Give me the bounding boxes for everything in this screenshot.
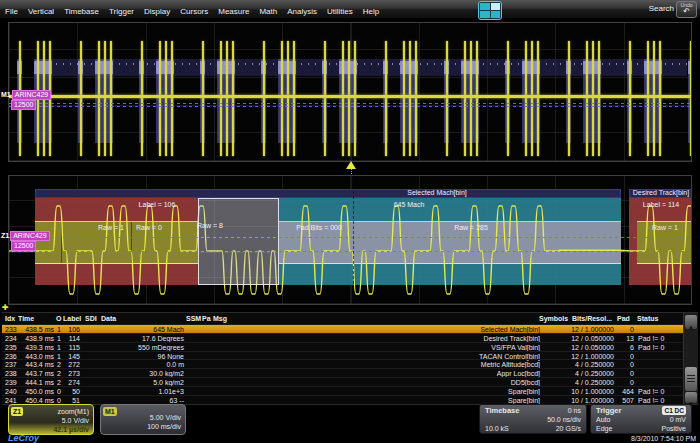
burst-line (647, 41, 649, 156)
col-header-ssm[interactable]: SSM (186, 315, 201, 322)
burst-line (690, 41, 692, 156)
menu-bar: FileVerticalTimebaseTriggerDisplayCursor… (0, 0, 700, 19)
m1-channel-label[interactable]: M1ARINC429 12500 (1, 90, 51, 110)
decode-zone-text: Desired Track[bin] (633, 189, 689, 197)
m1-decode-bitrate: 12500 (11, 100, 36, 110)
m1-descriptor-box[interactable]: M1 5.00 V/div 100 ms/div (100, 404, 186, 435)
menu-item-file[interactable]: File (0, 4, 23, 16)
col-header-sdi[interactable]: SDI (85, 315, 97, 322)
burst-line (659, 41, 661, 156)
menu-item-cursors[interactable]: Cursors (175, 4, 213, 16)
decode-threshold-line (9, 237, 691, 238)
burst-line (409, 41, 411, 156)
menu-item-timebase[interactable]: Timebase (59, 4, 104, 16)
datetime-display: 8/3/2010 7:54:10 PM (631, 435, 696, 442)
menu-item-trigger[interactable]: Trigger (104, 4, 139, 16)
main-waveform-grid[interactable] (8, 22, 692, 162)
menu-item-vertical[interactable]: Vertical (23, 4, 59, 16)
cell-o: 0 (53, 397, 61, 404)
scrollbar-thumb[interactable] (685, 367, 697, 391)
trigger-position-line (353, 176, 354, 304)
burst-line (202, 41, 204, 156)
burst-line (104, 41, 106, 156)
trigger-type: Edge (596, 424, 612, 433)
burst-line (220, 41, 222, 156)
col-header-pad[interactable]: Pad (617, 315, 630, 322)
table-marker: ✚ (2, 303, 9, 312)
trigger-position-marker[interactable] (346, 161, 356, 169)
trigger-box[interactable]: TriggerC1 DC Auto0 mV EdgePositive (590, 404, 692, 434)
display-grid-icon[interactable] (478, 1, 502, 20)
col-header-o[interactable]: O (56, 315, 61, 322)
scroll-down-button[interactable]: ▼ (685, 392, 697, 403)
burst-line (598, 41, 600, 156)
burst-line (653, 41, 655, 156)
cell-data: 63 -- (98, 397, 184, 404)
col-header-bits[interactable]: Bits/Resol... (572, 315, 612, 322)
cell-status: Pad != 0 (638, 397, 684, 404)
decode-threshold-line (9, 106, 691, 107)
lecroy-logo: LeCroy (8, 433, 39, 443)
search-menu-item[interactable]: Search (649, 4, 674, 13)
grid-pane-highlight (491, 3, 501, 10)
burst-line (324, 41, 326, 156)
col-header-pa[interactable]: Pa (202, 315, 211, 322)
zoom-waveform-grid[interactable]: Label = 106645 MachLabel = 114Raw = 1Raw… (8, 175, 692, 305)
burst-line (354, 41, 356, 156)
z1-descriptor-box[interactable]: Z1 zoom(M1) 5.0 V/div 42.1 µs/div (8, 404, 94, 435)
timebase-box[interactable]: Timebase0 ns 50.0 ns/div 10.0 kS20 GS/s (479, 404, 587, 434)
burst-line (226, 41, 228, 156)
col-header-msg[interactable]: Msg (213, 315, 227, 322)
burst-line (568, 41, 570, 156)
m1-prefix: M1 (1, 91, 11, 98)
decode-zone-text: Raw = 1 (652, 224, 678, 232)
undo-button[interactable]: Undo ↶ (676, 1, 697, 18)
decode-zone-text: Raw = 8 (197, 222, 223, 230)
scroll-up-button[interactable]: ▲ (685, 315, 697, 329)
col-header-symbols[interactable]: Symbols (539, 315, 568, 322)
grid-pane (480, 3, 490, 10)
burst-line (165, 41, 167, 156)
menu-item-analysis[interactable]: Analysis (282, 4, 322, 16)
m1-decode-protocol: ARINC429 (12, 90, 51, 100)
menu-item-help[interactable]: Help (358, 4, 384, 16)
burst-line (592, 41, 594, 156)
trigger-level: 0 mV (670, 415, 686, 424)
burst-line (385, 41, 387, 156)
burst-line (281, 41, 283, 156)
trigger-slope: Positive (661, 424, 686, 433)
menu-items: FileVerticalTimebaseTriggerDisplayCursor… (0, 0, 384, 17)
table-scrollbar[interactable]: ▲ ▼ (683, 313, 698, 404)
grid-pane (480, 11, 490, 18)
timebase-title: Timebase (485, 406, 519, 415)
col-header-time[interactable]: Time (18, 315, 34, 322)
oscilloscope-screen: FileVerticalTimebaseTriggerDisplayCursor… (0, 0, 700, 443)
z1-channel-label[interactable]: Z1ARINC429 12500 (1, 231, 50, 251)
trigger-mode: Auto (596, 415, 610, 424)
burst-line (403, 41, 405, 156)
cell-pad: 507 (612, 397, 634, 404)
col-header-idx[interactable]: Idx (5, 315, 15, 322)
burst-line (293, 41, 295, 156)
col-header-status[interactable]: Status (637, 315, 658, 322)
menu-item-math[interactable]: Math (254, 4, 282, 16)
cell-label: 51 (61, 397, 80, 404)
decode-zone-text: Raw = 1 (98, 224, 124, 232)
burst-line (159, 41, 161, 156)
decode-threshold-line (9, 251, 691, 252)
m1-trace-baseline (9, 95, 691, 98)
z1-waveform (9, 176, 691, 304)
burst-line (629, 41, 631, 156)
burst-line (80, 41, 82, 156)
col-header-label[interactable]: Label (63, 315, 81, 322)
col-header-data[interactable]: Data (101, 315, 116, 322)
z1-prefix: Z1 (1, 232, 9, 239)
z1-vscale: 5.0 V/div (13, 416, 89, 425)
menu-item-measure[interactable]: Measure (213, 4, 254, 16)
z1-decode-protocol: ARINC429 (10, 231, 49, 241)
z1-badge: Z1 (11, 407, 23, 416)
burst-line (98, 41, 100, 156)
decode-zone-text: Pad Bits = 000 (296, 224, 342, 232)
menu-item-utilities[interactable]: Utilities (322, 4, 358, 16)
menu-item-display[interactable]: Display (139, 4, 175, 16)
